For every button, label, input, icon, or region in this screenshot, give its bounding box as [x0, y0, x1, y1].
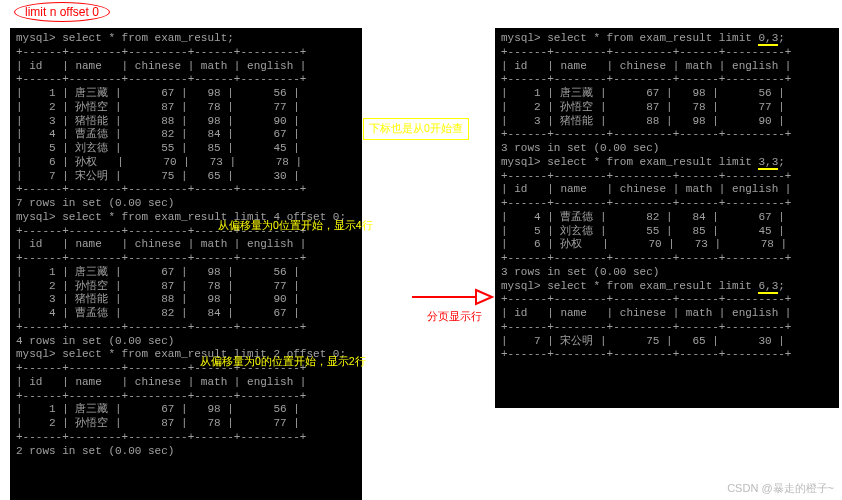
- watermark: CSDN @暴走的橙子~: [727, 481, 834, 496]
- callout-box: 下标也是从0开始查: [363, 118, 469, 140]
- q3: mysql> select * from exam_result limit 6…: [501, 280, 785, 294]
- b: +------+--------+---------+------+------…: [501, 170, 791, 182]
- r: | 4 | 曹孟德 | 82 | 84 | 67 |: [501, 211, 785, 223]
- r: | 3 | 猪悟能 | 88 | 98 | 90 |: [16, 115, 300, 127]
- r: | 1 | 唐三藏 | 67 | 98 | 56 |: [501, 87, 785, 99]
- b: +------+--------+---------+------+------…: [501, 252, 791, 264]
- b: +------+--------+---------+------+------…: [16, 252, 306, 264]
- b: +------+--------+---------+------+------…: [16, 183, 306, 195]
- res3: 2 rows in set (0.00 sec): [16, 445, 174, 457]
- r: | 3 | 猪悟能 | 88 | 98 | 90 |: [16, 293, 300, 305]
- r: | 1 | 唐三藏 | 67 | 98 | 56 |: [16, 403, 300, 415]
- r: | 3 | 猪悟能 | 88 | 98 | 90 |: [501, 115, 785, 127]
- r: | 2 | 孙悟空 | 87 | 78 | 77 |: [16, 101, 300, 113]
- res2: 3 rows in set (0.00 sec): [501, 266, 659, 278]
- r: | 1 | 唐三藏 | 67 | 98 | 56 |: [16, 266, 300, 278]
- r: | 7 | 宋公明 | 75 | 65 | 30 |: [501, 335, 785, 347]
- b: +------+--------+---------+------+------…: [501, 348, 791, 360]
- b: +------+--------+---------+------+------…: [16, 321, 306, 333]
- h: | id | name | chinese | math | english |: [501, 60, 791, 72]
- b: +------+--------+---------+------+------…: [16, 431, 306, 443]
- r: | 5 | 刘玄德 | 55 | 85 | 45 |: [16, 142, 300, 154]
- r: | 6 | 孙权 | 70 | 73 | 78 |: [501, 238, 787, 250]
- b: +------+--------+---------+------+------…: [501, 293, 791, 305]
- q1: mysql> select * from exam_result limit 0…: [501, 32, 785, 46]
- res1: 3 rows in set (0.00 sec): [501, 142, 659, 154]
- callout-text: 下标也是从0开始查: [369, 122, 463, 134]
- r: | 4 | 曹孟德 | 82 | 84 | 67 |: [16, 128, 300, 140]
- r: | 2 | 孙悟空 | 87 | 78 | 77 |: [16, 417, 300, 429]
- b: +------+--------+---------+------+------…: [501, 197, 791, 209]
- q2: mysql> select * from exam_result limit 3…: [501, 156, 785, 170]
- b: +------+--------+---------+------+------…: [16, 73, 306, 85]
- b: +------+--------+---------+------+------…: [16, 46, 306, 58]
- b: +------+--------+---------+------+------…: [501, 321, 791, 333]
- r: | 4 | 曹孟德 | 82 | 84 | 67 |: [16, 307, 300, 319]
- note2: 从偏移量为0的位置开始，显示2行: [200, 355, 366, 369]
- r: | 7 | 宋公明 | 75 | 65 | 30 |: [16, 170, 300, 182]
- arrow-label: 分页显示行: [427, 309, 482, 324]
- h: | id | name | chinese | math | english |: [16, 376, 306, 388]
- res1: 7 rows in set (0.00 sec): [16, 197, 174, 209]
- r: | 5 | 刘玄德 | 55 | 85 | 45 |: [501, 225, 785, 237]
- mark1: 0,3: [758, 32, 778, 46]
- mark3: 6,3: [758, 280, 778, 294]
- b: +------+--------+---------+------+------…: [501, 46, 791, 58]
- note1: 从偏移量为0位置开始，显示4行: [218, 219, 373, 233]
- r: | 2 | 孙悟空 | 87 | 78 | 77 |: [16, 280, 300, 292]
- r: | 1 | 唐三藏 | 67 | 98 | 56 |: [16, 87, 300, 99]
- r: | 6 | 孙权 | 70 | 73 | 78 |: [16, 156, 302, 168]
- mark2: 3,3: [758, 156, 778, 170]
- h: | id | name | chinese | math | english |: [16, 60, 306, 72]
- b: +------+--------+---------+------+------…: [501, 128, 791, 140]
- b: +------+--------+---------+------+------…: [501, 73, 791, 85]
- b: +------+--------+---------+------+------…: [16, 390, 306, 402]
- circled-text: limit n offset 0: [14, 2, 110, 22]
- right-terminal: mysql> select * from exam_result limit 0…: [495, 28, 839, 408]
- res2: 4 rows in set (0.00 sec): [16, 335, 174, 347]
- svg-marker-1: [476, 290, 492, 304]
- header-annotation: limit n offset 0: [14, 2, 110, 22]
- left-terminal: mysql> select * from exam_result; +-----…: [10, 28, 362, 500]
- h: | id | name | chinese | math | english |: [501, 307, 791, 319]
- h: | id | name | chinese | math | english |: [16, 238, 306, 250]
- q1: mysql> select * from exam_result;: [16, 32, 234, 44]
- arrow-icon: [410, 285, 495, 309]
- r: | 2 | 孙悟空 | 87 | 78 | 77 |: [501, 101, 785, 113]
- h: | id | name | chinese | math | english |: [501, 183, 791, 195]
